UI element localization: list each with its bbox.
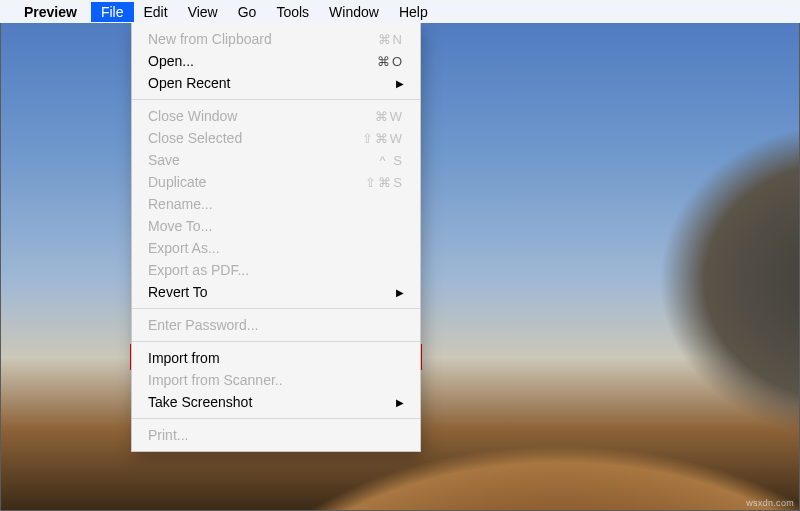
menu-item-label: Save <box>148 152 380 168</box>
menu-item-revert-to[interactable]: Revert To▶ <box>132 281 420 303</box>
watermark-text: wsxdn.com <box>746 498 794 508</box>
menubar: Preview FileEditViewGoToolsWindowHelp <box>0 0 800 23</box>
menu-item-import-from[interactable]: Import from <box>132 347 420 369</box>
menu-item-export-as: Export As... <box>132 237 420 259</box>
menu-tools[interactable]: Tools <box>266 2 319 22</box>
menu-item-label: New from Clipboard <box>148 31 378 47</box>
menu-item-label: Print... <box>148 427 404 443</box>
menu-item-export-as-pdf: Export as PDF... <box>132 259 420 281</box>
menu-separator <box>132 418 420 419</box>
menu-item-label: Open... <box>148 53 377 69</box>
menu-go[interactable]: Go <box>228 2 267 22</box>
menu-item-import-from-scanner: Import from Scanner.. <box>132 369 420 391</box>
menu-item-shortcut: ⇧⌘W <box>362 131 404 146</box>
menu-item-shortcut: ⌘O <box>377 54 404 69</box>
menu-item-label: Open Recent <box>148 75 396 91</box>
menu-item-open[interactable]: Open...⌘O <box>132 50 420 72</box>
menu-item-label: Export As... <box>148 240 404 256</box>
menu-item-label: Enter Password... <box>148 317 404 333</box>
menu-item-label: Import from Scanner.. <box>148 372 404 388</box>
menu-item-label: Export as PDF... <box>148 262 404 278</box>
menu-item-shortcut: ⌘W <box>375 109 404 124</box>
menu-separator <box>132 341 420 342</box>
menu-item-close-window: Close Window⌘W <box>132 105 420 127</box>
menu-edit[interactable]: Edit <box>134 2 178 22</box>
chevron-right-icon: ▶ <box>396 287 404 298</box>
menu-item-duplicate: Duplicate⇧⌘S <box>132 171 420 193</box>
file-menu-dropdown: New from Clipboard⌘NOpen...⌘OOpen Recent… <box>131 23 421 452</box>
menu-separator <box>132 99 420 100</box>
menu-item-new-from-clipboard: New from Clipboard⌘N <box>132 28 420 50</box>
menu-file[interactable]: File <box>91 2 134 22</box>
menu-item-save: Save^ S <box>132 149 420 171</box>
app-name[interactable]: Preview <box>24 4 77 20</box>
menu-view[interactable]: View <box>178 2 228 22</box>
menu-help[interactable]: Help <box>389 2 438 22</box>
menu-item-label: Close Window <box>148 108 375 124</box>
menu-item-rename: Rename... <box>132 193 420 215</box>
menu-item-shortcut: ^ S <box>380 153 404 168</box>
menu-item-label: Revert To <box>148 284 396 300</box>
menu-item-label: Take Screenshot <box>148 394 396 410</box>
menu-item-enter-password: Enter Password... <box>132 314 420 336</box>
menu-separator <box>132 308 420 309</box>
menu-item-take-screenshot[interactable]: Take Screenshot▶ <box>132 391 420 413</box>
menu-item-label: Import from <box>148 350 404 366</box>
menu-item-label: Rename... <box>148 196 404 212</box>
menu-item-move-to: Move To... <box>132 215 420 237</box>
menu-item-label: Duplicate <box>148 174 365 190</box>
menu-item-close-selected: Close Selected⇧⌘W <box>132 127 420 149</box>
menu-item-shortcut: ⌘N <box>378 32 404 47</box>
menu-item-label: Move To... <box>148 218 404 234</box>
menu-item-open-recent[interactable]: Open Recent▶ <box>132 72 420 94</box>
menu-window[interactable]: Window <box>319 2 389 22</box>
chevron-right-icon: ▶ <box>396 78 404 89</box>
chevron-right-icon: ▶ <box>396 397 404 408</box>
menu-item-shortcut: ⇧⌘S <box>365 175 404 190</box>
menu-item-label: Close Selected <box>148 130 362 146</box>
menu-item-print: Print... <box>132 424 420 446</box>
